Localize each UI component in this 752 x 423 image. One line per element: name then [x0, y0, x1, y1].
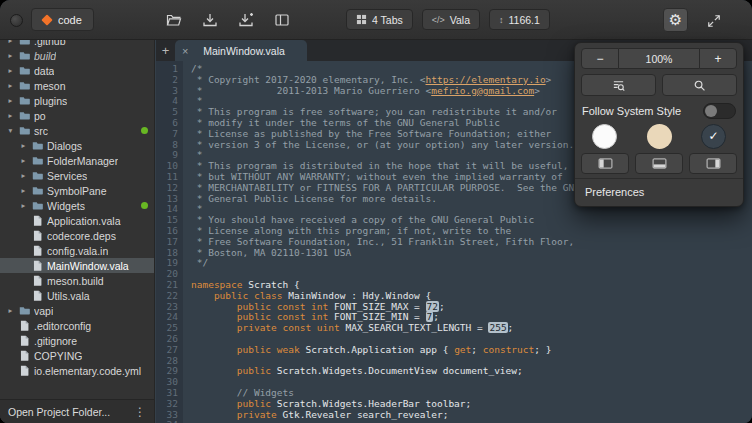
tree-item-label: meson [34, 80, 66, 92]
file-icon [32, 290, 43, 301]
file-tree[interactable]: ▸.github▸build▸data▸meson▸plugins▸po▾src… [0, 33, 154, 399]
tabs-overview-button[interactable]: 4 Tabs [346, 9, 413, 30]
tree-item-label: Utils.vala [47, 290, 90, 302]
zoom-out-button[interactable]: − [581, 48, 619, 69]
window-close-button[interactable] [10, 14, 23, 27]
tree-item-po[interactable]: ▸po [0, 108, 154, 123]
line-number: 32 [156, 399, 178, 410]
tree-item-widgets[interactable]: ▸Widgets [0, 198, 154, 213]
tree-item-vapi[interactable]: ▸vapi [0, 303, 154, 318]
tab-mainwindow-vala[interactable]: × MainWindow.vala [175, 40, 307, 61]
chevron-right-icon[interactable]: ▸ [19, 157, 28, 165]
find-in-page-button[interactable] [581, 74, 656, 96]
tree-item-config-vala-in[interactable]: config.vala.in [0, 243, 154, 258]
git-modified-dot [141, 202, 148, 209]
style-light-button[interactable] [592, 124, 617, 149]
tree-item--editorconfig[interactable]: .editorconfig [0, 318, 154, 333]
tree-item-label: MainWindow.vala [47, 260, 129, 272]
save-icon [202, 12, 218, 28]
file-icon [19, 335, 30, 346]
tree-item-copying[interactable]: COPYING [0, 348, 154, 363]
tree-item-mainwindow-vala[interactable]: MainWindow.vala [0, 258, 154, 273]
gear-icon: ⚙ [669, 11, 682, 29]
chevron-down-icon[interactable]: ▾ [6, 127, 15, 135]
popover-separator [575, 178, 743, 179]
tree-item-codecore-deps[interactable]: codecore.deps [0, 228, 154, 243]
tree-item-application-vala[interactable]: Application.vala [0, 213, 154, 228]
open-project-folder-button[interactable]: Open Project Folder... ⋮ [0, 399, 154, 423]
sidebar-left-icon [598, 158, 613, 169]
tree-item-symbolpane[interactable]: ▸SymbolPane [0, 183, 154, 198]
line-number: 2 [156, 75, 178, 86]
tree-item-label: build [34, 50, 56, 62]
fullscreen-button[interactable] [703, 10, 724, 31]
layout-sidebar-left-button[interactable] [581, 153, 629, 174]
language-button[interactable]: </> Vala [422, 9, 480, 30]
tree-item-label: meson.build [47, 275, 104, 287]
tree-item-src[interactable]: ▾src [0, 123, 154, 138]
tree-item-label: Application.vala [47, 215, 121, 227]
tree-item-meson[interactable]: ▸meson [0, 78, 154, 93]
folder-icon [32, 200, 43, 211]
kebab-menu-icon[interactable]: ⋮ [134, 405, 146, 419]
chevron-right-icon[interactable]: ▸ [19, 187, 28, 195]
chevron-right-icon[interactable]: ▸ [6, 52, 15, 60]
app-window: code [0, 0, 752, 423]
tree-item-label: COPYING [34, 350, 82, 362]
save-as-button[interactable] [235, 9, 256, 30]
zoom-in-button[interactable]: + [699, 48, 737, 69]
line-number: 12 [156, 183, 178, 194]
tree-item--gitignore[interactable]: .gitignore [0, 333, 154, 348]
settings-menu-button[interactable]: ⚙ [663, 8, 688, 32]
tree-item-label: SymbolPane [47, 185, 107, 197]
chevron-right-icon[interactable]: ▸ [6, 67, 15, 75]
tree-item-label: data [34, 65, 54, 77]
style-dark-button[interactable]: ✓ [701, 124, 726, 149]
new-tab-button[interactable]: + [156, 40, 175, 61]
chevron-right-icon[interactable]: ▸ [6, 97, 15, 105]
style-sepia-button[interactable] [647, 124, 672, 149]
search-button[interactable] [662, 74, 737, 96]
project-chip[interactable]: code [31, 8, 94, 31]
code-line: */ [191, 258, 752, 269]
folder-icon [19, 125, 30, 136]
code-line: private Gtk.Revealer search_revealer; [191, 410, 752, 421]
goto-line-button[interactable]: ↕ 1166.1 [489, 9, 550, 30]
tree-item-foldermanager[interactable]: ▸FolderManager [0, 153, 154, 168]
tree-item-meson-build[interactable]: meson.build [0, 273, 154, 288]
zoom-level[interactable]: 100% [619, 48, 699, 69]
file-icon [32, 275, 43, 286]
tree-item-label: FolderManager [47, 155, 118, 167]
chevron-right-icon[interactable]: ▸ [6, 82, 15, 90]
tree-item-data[interactable]: ▸data [0, 63, 154, 78]
tree-item-services[interactable]: ▸Services [0, 168, 154, 183]
folder-icon [32, 170, 43, 181]
open-project-folder-label: Open Project Folder... [8, 406, 110, 418]
templates-button[interactable] [271, 9, 292, 30]
tree-item-plugins[interactable]: ▸plugins [0, 93, 154, 108]
save-button[interactable] [199, 9, 220, 30]
tree-item-io-elementary-code-yml[interactable]: io.elementary.code.yml [0, 363, 154, 378]
chevron-right-icon[interactable]: ▸ [6, 112, 15, 120]
grid-icon [356, 14, 367, 25]
layout-sidebar-right-button[interactable] [689, 153, 737, 174]
save-as-icon [238, 12, 254, 28]
follow-system-style-toggle[interactable] [703, 103, 736, 119]
chevron-right-icon[interactable]: ▸ [6, 307, 15, 315]
header-bar: code [0, 0, 752, 40]
file-icon [32, 260, 43, 271]
chevron-right-icon[interactable]: ▸ [19, 172, 28, 180]
open-button[interactable] [163, 9, 184, 30]
tree-item-label: .editorconfig [34, 320, 91, 332]
folder-icon [19, 50, 30, 61]
zoom-controls: − 100% + [581, 48, 737, 69]
preferences-item[interactable]: Preferences [581, 182, 737, 201]
chevron-right-icon[interactable]: ▸ [19, 202, 28, 210]
chevron-right-icon[interactable]: ▸ [19, 142, 28, 150]
tree-item-dialogs[interactable]: ▸Dialogs [0, 138, 154, 153]
layout-panel-bottom-button[interactable] [635, 153, 683, 174]
tree-item-utils-vala[interactable]: Utils.vala [0, 288, 154, 303]
toggle-knob [705, 105, 717, 117]
tree-item-build[interactable]: ▸build [0, 48, 154, 63]
tab-close-icon[interactable]: × [182, 45, 188, 57]
